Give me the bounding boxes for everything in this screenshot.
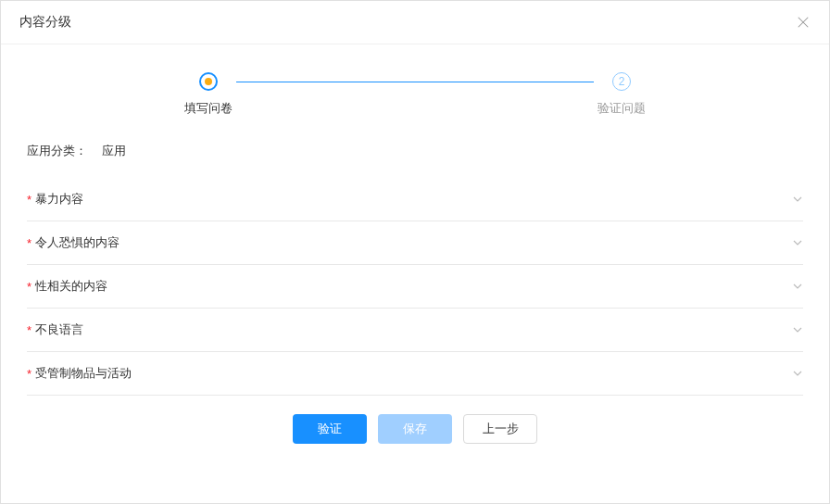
step-1-icon (199, 72, 218, 91)
modal-body: 填写问卷 2 验证问题 应用分类： 应用 * 暴力内容 * 令人恐惧的 (1, 44, 829, 503)
accordion-text: 令人恐惧的内容 (35, 234, 119, 251)
close-button[interactable] (796, 15, 811, 30)
required-asterisk: * (27, 367, 31, 381)
prev-button[interactable]: 上一步 (463, 414, 537, 444)
step-2-icon: 2 (612, 72, 631, 91)
verify-button[interactable]: 验证 (293, 414, 367, 444)
accordion-text: 暴力内容 (35, 191, 83, 208)
category-value: 应用 (102, 143, 126, 159)
accordion-label: * 性相关的内容 (27, 278, 107, 295)
modal-title: 内容分级 (19, 14, 71, 31)
chevron-down-icon (792, 237, 803, 248)
content-rating-modal: 内容分级 填写问卷 2 验证问题 应用分类： 应用 * 暴力 (0, 0, 830, 504)
steps: 填写问卷 2 验证问题 (27, 72, 803, 117)
step-connector (236, 82, 594, 82)
required-asterisk: * (27, 280, 31, 294)
chevron-down-icon (792, 368, 803, 379)
accordion-label: * 受管制物品与活动 (27, 365, 132, 382)
accordion-item-violence[interactable]: * 暴力内容 (27, 178, 803, 221)
close-icon (797, 16, 810, 29)
accordion-text: 受管制物品与活动 (35, 365, 132, 382)
accordion-item-controlled[interactable]: * 受管制物品与活动 (27, 352, 803, 396)
chevron-down-icon (792, 281, 803, 292)
accordion-item-language[interactable]: * 不良语言 (27, 309, 803, 352)
save-button[interactable]: 保存 (378, 414, 452, 444)
chevron-down-icon (792, 194, 803, 205)
category-row: 应用分类： 应用 (27, 143, 803, 159)
modal-header: 内容分级 (1, 1, 829, 44)
accordion-item-sexual[interactable]: * 性相关的内容 (27, 265, 803, 309)
required-asterisk: * (27, 323, 31, 337)
step-1: 填写问卷 (184, 72, 233, 117)
step-active-dot-icon (205, 78, 212, 85)
required-asterisk: * (27, 193, 31, 207)
chevron-down-icon (792, 324, 803, 335)
step-1-label: 填写问卷 (184, 100, 233, 117)
step-2-label: 验证问题 (597, 100, 646, 117)
accordion-label: * 不良语言 (27, 321, 83, 338)
accordion-item-horror[interactable]: * 令人恐惧的内容 (27, 221, 803, 265)
step-2: 2 验证问题 (597, 72, 646, 117)
accordion-text: 不良语言 (35, 321, 83, 338)
modal-footer: 验证 保存 上一步 (27, 396, 803, 466)
accordion-label: * 令人恐惧的内容 (27, 234, 119, 251)
accordion-text: 性相关的内容 (35, 278, 107, 295)
category-label: 应用分类： (27, 143, 87, 159)
required-asterisk: * (27, 236, 31, 250)
accordion-label: * 暴力内容 (27, 191, 83, 208)
